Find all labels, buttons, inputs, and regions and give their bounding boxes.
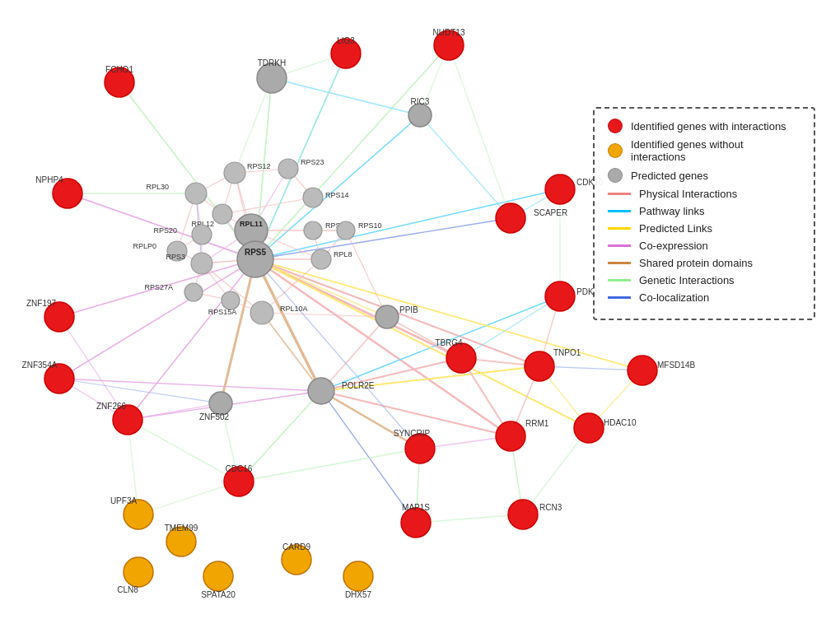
legend-item-genetic: Genetic Interactions	[608, 274, 800, 286]
svg-text:RRM1: RRM1	[525, 419, 549, 428]
svg-line-27	[255, 218, 511, 259]
svg-point-188	[343, 561, 373, 591]
legend-circle-gray	[608, 168, 623, 183]
svg-point-138	[308, 378, 334, 404]
svg-point-120	[337, 221, 355, 240]
svg-line-83	[239, 449, 420, 482]
svg-text:RCN3: RCN3	[539, 503, 562, 512]
svg-text:TDRKH: TDRKH	[258, 58, 286, 67]
legend-line-predicted	[608, 227, 631, 230]
svg-point-130	[184, 283, 203, 301]
svg-text:LIG3: LIG3	[337, 36, 355, 45]
svg-point-172	[574, 413, 604, 443]
svg-point-174	[405, 434, 435, 463]
svg-text:NPHP4: NPHP4	[35, 175, 63, 184]
main-container: TDRKH RIC3 RPS12 RPL30 RPL12 RPS23 RPS14…	[0, 0, 840, 619]
svg-point-150	[545, 175, 575, 204]
legend-item-physical: Physical Interactions	[608, 188, 800, 200]
legend-line-colocalization	[608, 296, 631, 299]
svg-line-97	[416, 514, 523, 523]
legend-label-orange: Identified genes without interactions	[631, 138, 800, 163]
svg-text:MAP1S: MAP1S	[402, 503, 430, 512]
svg-point-112	[303, 188, 323, 207]
svg-point-110	[278, 159, 298, 179]
svg-point-178	[508, 500, 538, 529]
svg-text:CDC16: CDC16	[226, 464, 253, 473]
predicted-gene-nodes: TDRKH RIC3 RPS12 RPL30 RPL12 RPS23 RPS14…	[133, 58, 432, 421]
svg-text:MFSD14B: MFSD14B	[657, 361, 695, 370]
svg-text:TMEM99: TMEM99	[165, 524, 198, 533]
legend-label-genetic: Genetic Interactions	[639, 274, 735, 286]
svg-line-82	[128, 420, 239, 482]
svg-text:FCHO1: FCHO1	[105, 65, 133, 74]
svg-line-89	[420, 115, 511, 218]
legend-circle-red	[608, 119, 623, 133]
legend-box: Identified genes with interactions Ident…	[593, 107, 815, 320]
svg-point-118	[304, 221, 322, 240]
svg-point-106	[185, 183, 207, 204]
svg-point-140	[209, 392, 232, 415]
legend-item-coexpression: Co-expression	[608, 240, 800, 252]
legend-item-red: Identified genes with interactions	[608, 119, 800, 133]
svg-text:ZNF197: ZNF197	[26, 299, 57, 308]
svg-line-99	[138, 482, 239, 514]
legend-label-shared: Shared protein domains	[639, 257, 753, 269]
svg-text:UPF3A: UPF3A	[110, 496, 138, 505]
svg-line-12	[255, 259, 589, 428]
svg-text:ZNF354A: ZNF354A	[22, 361, 58, 370]
svg-point-152	[496, 203, 525, 233]
svg-text:ZNF502: ZNF502	[199, 412, 230, 421]
svg-text:TBRG4: TBRG4	[435, 338, 463, 347]
svg-point-164	[525, 351, 554, 381]
svg-line-95	[539, 366, 642, 370]
svg-point-162	[446, 343, 476, 373]
legend-item-orange: Identified genes without interactions	[608, 138, 800, 163]
svg-text:CLN8: CLN8	[117, 585, 138, 594]
legend-item-shared: Shared protein domains	[608, 257, 800, 269]
svg-text:RPL8: RPL8	[334, 250, 352, 258]
svg-text:RPS12: RPS12	[247, 162, 271, 170]
svg-line-88	[449, 45, 511, 218]
svg-text:PPIB: PPIB	[399, 305, 418, 314]
legend-item-predicted: Predicted Links	[608, 222, 800, 235]
svg-text:POLR2E: POLR2E	[342, 381, 375, 390]
legend-label-predicted: Predicted Links	[639, 222, 712, 235]
svg-point-100	[257, 63, 287, 93]
svg-point-124	[191, 253, 212, 274]
legend-label-coexpression: Co-expression	[639, 240, 708, 252]
svg-text:RPS15A: RPS15A	[208, 308, 237, 316]
svg-text:CARD9: CARD9	[282, 542, 310, 552]
svg-point-114	[192, 225, 212, 244]
orange-gene-nodes: TMEM99 CLN8 SPATA20 CARD9 DHX57 UPF3A	[110, 496, 373, 599]
svg-line-56	[346, 230, 387, 317]
svg-text:RPL11: RPL11	[240, 220, 263, 228]
svg-text:HDAC10: HDAC10	[604, 418, 637, 427]
svg-text:DHX57: DHX57	[345, 590, 372, 599]
svg-text:RPS27A: RPS27A	[144, 283, 173, 291]
svg-line-76	[272, 78, 420, 115]
legend-item-pathway: Pathway links	[608, 205, 800, 217]
svg-point-108	[212, 204, 232, 224]
svg-point-170	[496, 421, 525, 451]
svg-point-104	[224, 162, 245, 184]
svg-text:TNPO1: TNPO1	[553, 348, 581, 357]
svg-point-184	[203, 561, 233, 591]
svg-point-132	[222, 291, 240, 310]
svg-text:SYNCRIP: SYNCRIP	[394, 429, 431, 438]
svg-point-166	[628, 356, 657, 385]
svg-line-8	[255, 115, 420, 259]
legend-item-colocalization: Co-localization	[608, 291, 800, 304]
svg-line-7	[321, 391, 420, 449]
svg-line-69	[255, 259, 420, 449]
svg-text:SPATA20: SPATA20	[201, 590, 236, 599]
svg-text:ZNF266: ZNF266	[96, 402, 127, 411]
svg-point-128	[311, 249, 331, 269]
legend-label-red: Identified genes with interactions	[631, 120, 786, 133]
svg-point-182	[124, 557, 153, 587]
legend-label-gray: Predicted genes	[631, 170, 708, 182]
svg-text:RPL10A: RPL10A	[280, 305, 308, 313]
svg-text:RPLP0: RPLP0	[133, 242, 156, 250]
svg-point-134	[250, 301, 273, 324]
svg-text:RPS14: RPS14	[325, 191, 349, 199]
svg-point-126	[237, 241, 273, 277]
